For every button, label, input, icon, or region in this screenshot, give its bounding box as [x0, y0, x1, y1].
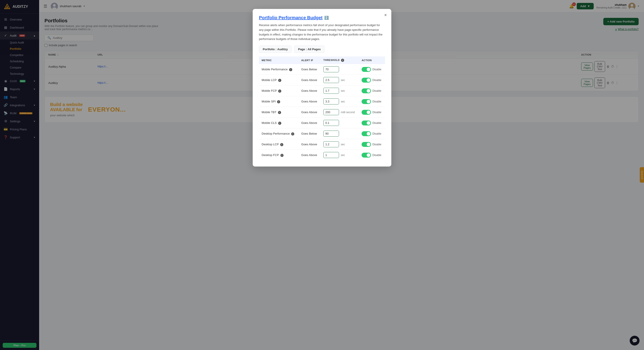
metric-row: Mobile SPI i Goes Above sec Disable [259, 96, 385, 107]
metric-info-icon: i [277, 100, 280, 103]
threshold-input[interactable] [323, 131, 339, 137]
modal-overlay: × Portfolio Performance Budget ℹ️ Receiv… [0, 0, 644, 350]
metric-info-icon: i [278, 111, 281, 114]
threshold-input[interactable] [323, 152, 339, 158]
threshold-input[interactable] [323, 109, 339, 115]
metric-threshold: sec [321, 85, 359, 96]
metric-toggle[interactable] [362, 110, 371, 115]
modal-title-icon: ℹ️ [324, 16, 329, 20]
threshold-unit: sec [341, 100, 345, 103]
metric-name: Desktop Performance i [259, 128, 298, 139]
metric-name: Desktop FCP i [259, 150, 298, 161]
metric-alert: Goes Above [298, 85, 321, 96]
metric-row: Desktop Performance i Goes Below Disable [259, 128, 385, 139]
performance-budget-modal: × Portfolio Performance Budget ℹ️ Receiv… [253, 9, 391, 167]
metric-action: Disable [359, 118, 385, 128]
metric-row: Mobile LCP i Goes Above sec Disable [259, 75, 385, 85]
metric-info-icon: i [278, 90, 281, 93]
threshold-unit: milli second [341, 111, 355, 114]
metric-threshold [321, 64, 359, 75]
metric-threshold: sec [321, 150, 359, 161]
metric-row: Mobile Performance i Goes Below Disable [259, 64, 385, 75]
toggle-label: Disable [372, 89, 381, 92]
portfolio-pill: Portfolio : Auditzy [259, 45, 292, 53]
threshold-unit: sec [341, 143, 345, 146]
metric-name: Desktop LCP i [259, 139, 298, 150]
metric-threshold [321, 128, 359, 139]
metric-toggle[interactable] [362, 142, 371, 147]
metric-action: Disable [359, 96, 385, 107]
metric-threshold [321, 118, 359, 128]
metric-name: Mobile CLS i [259, 118, 298, 128]
metric-action: Disable [359, 85, 385, 96]
metric-alert: Goes Above [298, 96, 321, 107]
metric-action: Disable [359, 64, 385, 75]
metric-toggle[interactable] [362, 78, 371, 83]
metric-alert: Goes Above [298, 118, 321, 128]
metric-alert: Goes Above [298, 139, 321, 150]
modal-close-button[interactable]: × [384, 12, 387, 18]
modal-title: Portfolio Performance Budget ℹ️ [259, 15, 385, 20]
threshold-input[interactable] [323, 66, 339, 72]
threshold-unit: sec [341, 154, 345, 157]
metric-action: Disable [359, 150, 385, 161]
threshold-info-icon: i [341, 59, 344, 62]
metric-toggle[interactable] [362, 121, 371, 126]
threshold-input[interactable] [323, 120, 339, 126]
modal-description: Receive alerts when performance metrics … [259, 23, 385, 41]
toggle-label: Disable [372, 132, 381, 135]
metric-toggle[interactable] [362, 131, 371, 136]
col-threshold: THRESHOLD i [321, 56, 359, 64]
col-action: ACTION [359, 56, 385, 64]
toggle-label: Disable [372, 154, 381, 157]
metric-name: Mobile SPI i [259, 96, 298, 107]
metric-name: Mobile TBT i [259, 107, 298, 118]
metric-alert: Goes Above [298, 150, 321, 161]
metric-info-icon: i [278, 79, 281, 82]
metric-threshold: milli second [321, 107, 359, 118]
toggle-label: Disable [372, 79, 381, 82]
metric-action: Disable [359, 107, 385, 118]
metric-alert: Goes Below [298, 64, 321, 75]
toggle-label: Disable [372, 100, 381, 103]
metric-toggle[interactable] [362, 99, 371, 104]
metric-threshold: sec [321, 139, 359, 150]
threshold-unit: sec [341, 79, 345, 82]
col-alert-if: ALERT IF [298, 56, 321, 64]
metric-toggle[interactable] [362, 67, 371, 72]
toggle-label: Disable [372, 143, 381, 146]
metric-name: Mobile Performance i [259, 64, 298, 75]
metric-row: Mobile CLS i Goes Above Disable [259, 118, 385, 128]
toggle-label: Disable [372, 121, 381, 125]
col-metric: METRIC [259, 56, 298, 64]
modal-pills: Portfolio : Auditzy Page : All Pages [259, 45, 385, 53]
threshold-input[interactable] [323, 98, 339, 104]
threshold-input[interactable] [323, 88, 339, 94]
metric-info-icon: i [280, 154, 284, 157]
metric-name: Mobile LCP i [259, 75, 298, 85]
metrics-table-header: METRIC ALERT IF THRESHOLD i ACTION [259, 56, 385, 64]
metrics-table: METRIC ALERT IF THRESHOLD i ACTION Mobil… [259, 56, 385, 160]
metric-action: Disable [359, 139, 385, 150]
toggle-label: Disable [372, 68, 381, 71]
metric-alert: Goes Above [298, 75, 321, 85]
metric-threshold: sec [321, 75, 359, 85]
metric-info-icon: i [291, 132, 294, 136]
threshold-unit: sec [341, 89, 345, 92]
metric-info-icon: i [278, 122, 281, 125]
metric-row: Desktop FCP i Goes Above sec Disable [259, 150, 385, 161]
threshold-input[interactable] [323, 141, 339, 147]
metric-threshold: sec [321, 96, 359, 107]
metric-row: Mobile TBT i Goes Above milli second Dis… [259, 107, 385, 118]
page-pill: Page : All Pages [294, 45, 324, 53]
metric-row: Mobile FCP i Goes Above sec Disable [259, 85, 385, 96]
threshold-input[interactable] [323, 77, 339, 83]
metric-info-icon: i [289, 68, 292, 71]
metric-info-icon: i [280, 143, 283, 146]
metric-toggle[interactable] [362, 153, 371, 158]
metric-alert: Goes Above [298, 107, 321, 118]
metric-action: Disable [359, 128, 385, 139]
metric-alert: Goes Below [298, 128, 321, 139]
metric-toggle[interactable] [362, 88, 371, 93]
metric-name: Mobile FCP i [259, 85, 298, 96]
